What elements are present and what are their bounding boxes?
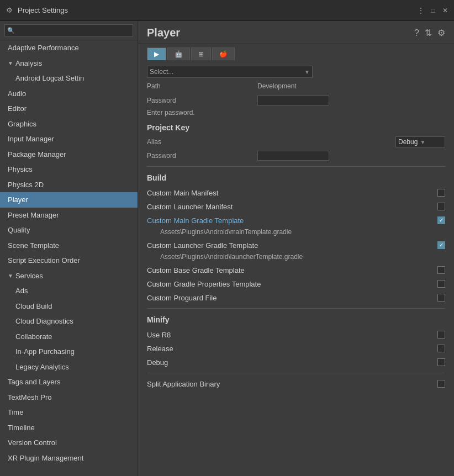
- app-icon: ⚙: [4, 6, 14, 15]
- sidebar-item-preset-manager[interactable]: Preset Manager: [0, 208, 138, 223]
- tab-mac[interactable]: 🍎: [212, 47, 235, 60]
- sidebar-item-time[interactable]: Time: [0, 405, 138, 420]
- password-hint: Enter password.: [147, 109, 445, 117]
- page-title: Player: [147, 27, 180, 39]
- sidebar-item-cloud-diagnostics[interactable]: Cloud Diagnostics: [0, 314, 138, 329]
- sidebar-item-services[interactable]: ▼Services: [0, 268, 138, 284]
- alias-row: Alias Debug ▼: [147, 136, 445, 147]
- checkbox-custom-proguard[interactable]: [437, 294, 445, 302]
- sidebar-item-xr-plugin-management[interactable]: XR Plugin Management: [0, 451, 138, 466]
- build-section-header: Build: [147, 173, 445, 182]
- minify-row-use-r8: Use R8: [147, 329, 445, 341]
- main-container: 🔍 Adaptive Performance▼AnalysisAndroid L…: [0, 21, 454, 476]
- minify-checkbox-use-r8[interactable]: [437, 331, 445, 339]
- sidebar-item-graphics[interactable]: Graphics: [0, 117, 138, 132]
- window-title: Project Settings: [18, 6, 416, 14]
- sidebar-item-textmesh-pro[interactable]: TextMesh Pro: [0, 390, 138, 405]
- alias-dropdown-value: Debug: [398, 138, 418, 146]
- checkbox-custom-base-gradle[interactable]: [437, 266, 445, 274]
- build-item-custom-launcher-manifest: Custom Launcher Manifest: [147, 200, 445, 213]
- path-label: Path: [147, 82, 257, 90]
- menu-button[interactable]: ⋮: [416, 6, 425, 15]
- tab-windows[interactable]: ⊞: [191, 47, 211, 60]
- split-app-label: Split Application Binary: [147, 380, 437, 388]
- sidebar-item-tags-and-layers[interactable]: Tags and Layers: [0, 374, 138, 390]
- tab-android[interactable]: 🤖: [167, 47, 190, 60]
- sidebar-item-collaborate[interactable]: Collaborate: [0, 329, 138, 345]
- window-controls: ⋮ □ ✕: [416, 6, 450, 15]
- checkbox-row-custom-base-gradle: Custom Base Gradle Template: [147, 264, 445, 276]
- sidebar-item-analysis[interactable]: ▼Analysis: [0, 56, 138, 71]
- build-item-custom-launcher-gradle: Custom Launcher Gradle TemplateAssets\Pl…: [147, 239, 445, 261]
- select-dropdown[interactable]: Select... ▼: [147, 66, 313, 78]
- password-key-row: Password: [147, 150, 445, 162]
- sidebar-item-version-control[interactable]: Version Control: [0, 435, 138, 451]
- sidebar-item-in-app-purchasing[interactable]: In-App Purchasing: [0, 344, 138, 359]
- restore-button[interactable]: □: [429, 6, 437, 15]
- sidebar-item-android-logcat[interactable]: Android Logcat Settin: [0, 71, 138, 86]
- sidebar: 🔍 Adaptive Performance▼AnalysisAndroid L…: [0, 21, 138, 476]
- sidebar-item-physics[interactable]: Physics: [0, 162, 138, 177]
- checkbox-row-custom-launcher-manifest: Custom Launcher Manifest: [147, 200, 445, 213]
- minify-checkbox-release[interactable]: [437, 345, 445, 352]
- build-label-custom-base-gradle: Custom Base Gradle Template: [147, 266, 437, 274]
- build-label-custom-main-gradle: Custom Main Gradle Template: [147, 216, 437, 225]
- sidebar-item-ads[interactable]: Ads: [0, 283, 138, 299]
- sidebar-item-package-manager[interactable]: Package Manager: [0, 147, 138, 162]
- sidebar-item-scene-template[interactable]: Scene Template: [0, 238, 138, 253]
- sidebar-items-list: Adaptive Performance▼AnalysisAndroid Log…: [0, 40, 138, 466]
- header-icons: ? ⇅ ⚙: [414, 28, 445, 38]
- password-input[interactable]: [257, 96, 329, 105]
- arrow-icon: ▼: [8, 272, 13, 280]
- checkbox-custom-main-manifest[interactable]: [437, 189, 445, 197]
- build-label-custom-gradle-properties: Custom Gradle Properties Template: [147, 280, 437, 288]
- arrow-icon: ▼: [8, 59, 13, 67]
- sidebar-item-physics-2d[interactable]: Physics 2D: [0, 177, 138, 193]
- checkbox-row-custom-gradle-properties: Custom Gradle Properties Template: [147, 278, 445, 290]
- layout-button[interactable]: ⇅: [425, 28, 432, 38]
- build-item-custom-main-gradle: Custom Main Gradle TemplateAssets\Plugin…: [147, 214, 445, 236]
- sidebar-item-audio[interactable]: Audio: [0, 86, 138, 102]
- alias-label: Alias: [147, 138, 395, 146]
- minify-divider: [147, 308, 445, 309]
- project-key-header: Project Key: [147, 123, 445, 132]
- build-label-custom-proguard: Custom Proguard File: [147, 294, 437, 302]
- checkbox-custom-launcher-gradle[interactable]: [437, 241, 445, 249]
- build-label-custom-launcher-gradle: Custom Launcher Gradle Template: [147, 241, 437, 250]
- password-row: Password: [147, 94, 445, 107]
- password-label: Password: [147, 97, 257, 104]
- password-key-input[interactable]: [257, 151, 329, 161]
- build-item-custom-main-manifest: Custom Main Manifest: [147, 187, 445, 199]
- minify-label-release: Release: [147, 345, 437, 353]
- build-item-custom-gradle-properties: Custom Gradle Properties Template: [147, 278, 445, 290]
- select-row: Select... ▼: [147, 66, 445, 78]
- sidebar-item-player[interactable]: Player: [0, 192, 138, 208]
- search-icon: 🔍: [7, 27, 15, 34]
- subpath-custom-launcher-gradle: Assets\Plugins\Android\launcherTemplate.…: [147, 253, 445, 261]
- sidebar-item-cloud-build[interactable]: Cloud Build: [0, 299, 138, 314]
- sidebar-item-input-manager[interactable]: Input Manager: [0, 131, 138, 147]
- help-button[interactable]: ?: [414, 28, 419, 38]
- sidebar-search-container: 🔍: [0, 21, 138, 40]
- settings-button[interactable]: ⚙: [437, 28, 445, 38]
- sidebar-item-adaptive-performance[interactable]: Adaptive Performance: [0, 40, 138, 56]
- close-button[interactable]: ✕: [441, 6, 450, 15]
- build-item-custom-proguard: Custom Proguard File: [147, 292, 445, 304]
- sidebar-item-script-execution-order[interactable]: Script Execution Order: [0, 253, 138, 268]
- build-label-custom-main-manifest: Custom Main Manifest: [147, 189, 437, 197]
- sidebar-item-quality[interactable]: Quality: [0, 223, 138, 238]
- alias-dropdown[interactable]: Debug ▼: [395, 136, 445, 147]
- checkbox-custom-gradle-properties[interactable]: [437, 280, 445, 288]
- sidebar-item-editor[interactable]: Editor: [0, 101, 138, 117]
- checkbox-custom-main-gradle[interactable]: [437, 216, 445, 224]
- minify-checkbox-debug[interactable]: [437, 358, 445, 366]
- search-input[interactable]: [4, 24, 133, 36]
- split-app-binary-row: Split Application Binary: [147, 378, 445, 390]
- split-app-checkbox[interactable]: [437, 380, 445, 388]
- build-items-list: Custom Main ManifestCustom Launcher Mani…: [147, 187, 445, 304]
- checkbox-custom-launcher-manifest[interactable]: [437, 203, 445, 210]
- tab-pc[interactable]: ▶: [147, 47, 166, 60]
- sidebar-item-timeline[interactable]: Timeline: [0, 420, 138, 436]
- title-bar: ⚙ Project Settings ⋮ □ ✕: [0, 0, 454, 21]
- sidebar-item-legacy-analytics[interactable]: Legacy Analytics: [0, 359, 138, 375]
